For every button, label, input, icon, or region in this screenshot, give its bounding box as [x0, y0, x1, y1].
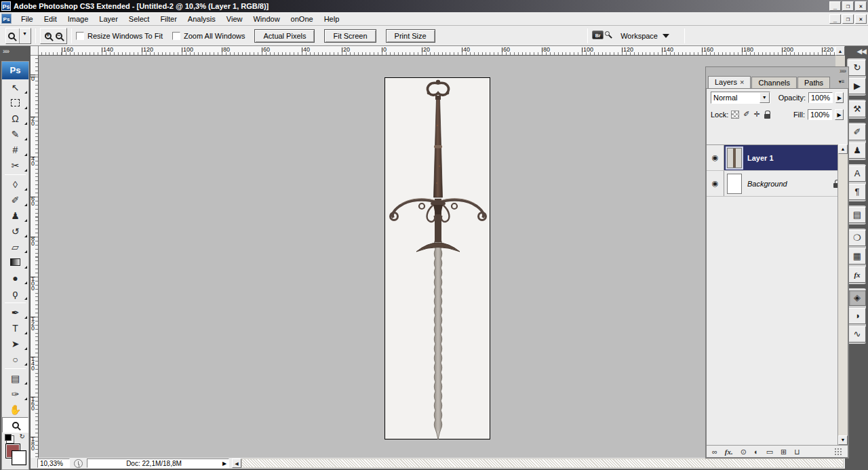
- actual-pixels-button[interactable]: Actual Pixels: [254, 29, 315, 43]
- layers-panel-button[interactable]: ◈: [848, 290, 866, 306]
- dock-collapse-chevrons[interactable]: »»: [0, 46, 31, 58]
- link-layers-icon[interactable]: ∞: [712, 446, 717, 457]
- character-panel-button[interactable]: A: [848, 165, 866, 182]
- tool-preset-picker[interactable]: ▼: [5, 28, 31, 44]
- paragraph-panel-button[interactable]: ¶: [848, 184, 866, 200]
- move-tool[interactable]: ↖: [2, 79, 28, 95]
- tab-paths[interactable]: Paths: [797, 77, 830, 88]
- history-panel-button[interactable]: ↻: [848, 60, 866, 76]
- swatches-panel-button[interactable]: ▦: [848, 248, 866, 265]
- checkbox-box[interactable]: [76, 32, 84, 40]
- fill-field[interactable]: 100%: [808, 109, 832, 120]
- tab-close-icon[interactable]: ×: [740, 78, 744, 86]
- notes-tool[interactable]: ▤: [2, 370, 28, 386]
- eraser-tool[interactable]: ▱: [2, 239, 28, 254]
- resize-windows-checkbox[interactable]: Resize Windows To Fit: [76, 32, 163, 40]
- ellipse-shape-tool[interactable]: ○: [2, 351, 28, 367]
- go-to-bridge-button[interactable]: Br: [592, 29, 610, 43]
- scroll-up-arrow[interactable]: ▲: [838, 144, 848, 154]
- panel-resize-grip[interactable]: [834, 448, 842, 456]
- menu-edit[interactable]: Edit: [39, 14, 62, 24]
- zoom-in-icon[interactable]: +: [45, 33, 52, 39]
- lock-position-icon[interactable]: ✛: [754, 110, 760, 119]
- doc-minimize-button[interactable]: _: [829, 14, 841, 24]
- type-tool[interactable]: T: [2, 320, 28, 336]
- close-button[interactable]: ✕: [855, 1, 867, 11]
- clone-stamp-tool[interactable]: ♟: [2, 208, 28, 223]
- lock-all-icon[interactable]: [764, 114, 770, 119]
- lasso-tool[interactable]: Ω: [2, 111, 28, 126]
- layer-main[interactable]: Layer 1: [724, 145, 848, 170]
- quick-selection-tool[interactable]: ✎: [2, 126, 28, 142]
- default-colors-icon[interactable]: [5, 434, 12, 441]
- layer-mask-icon[interactable]: ⊙: [741, 446, 747, 457]
- clone-source-panel-button[interactable]: ♟: [848, 142, 866, 159]
- zoom-tool[interactable]: [2, 417, 28, 433]
- layer-row-background[interactable]: ◉Background: [707, 171, 848, 197]
- minimize-button[interactable]: _: [829, 1, 841, 11]
- layer-group-icon[interactable]: ▭: [766, 446, 773, 457]
- tool-presets-panel-button[interactable]: ⚒: [848, 101, 866, 117]
- horizontal-scrollbar[interactable]: [241, 458, 844, 468]
- paths-panel-button[interactable]: ∿: [848, 326, 866, 342]
- blend-mode-select[interactable]: Normal ▼: [711, 92, 770, 104]
- channels-panel-button[interactable]: ◑: [848, 308, 866, 324]
- crop-tool[interactable]: #: [2, 142, 28, 157]
- menu-image[interactable]: Image: [62, 14, 94, 24]
- zoom-out-icon[interactable]: −: [56, 33, 62, 39]
- layer-comps-panel-button[interactable]: ▤: [848, 207, 866, 223]
- panel-dock-collapse[interactable]: »»: [706, 67, 848, 76]
- opacity-field[interactable]: 100%: [808, 92, 833, 103]
- fill-arrow[interactable]: ▶: [835, 109, 844, 120]
- layer-row-layer-1[interactable]: ◉Layer 1: [707, 145, 848, 171]
- panel-menu-icon[interactable]: ▾≡: [836, 77, 847, 87]
- dock-collapse-chevrons[interactable]: ◀◀: [845, 46, 868, 58]
- menu-file[interactable]: File: [16, 14, 39, 24]
- swap-colors-icon[interactable]: ↻: [20, 433, 25, 440]
- chevron-down-icon[interactable]: ▼: [760, 92, 770, 103]
- zoom-level-field[interactable]: 10,33%: [37, 458, 70, 468]
- history-brush-tool[interactable]: ↺: [2, 223, 28, 239]
- menu-onone[interactable]: onOne: [285, 14, 319, 24]
- checkbox-box[interactable]: [172, 32, 180, 40]
- visibility-toggle[interactable]: ◉: [707, 145, 724, 170]
- restore-button[interactable]: ❐: [842, 1, 854, 11]
- menu-view[interactable]: View: [221, 14, 248, 24]
- pen-tool[interactable]: ✒: [2, 305, 28, 320]
- brushes-panel-button[interactable]: ✐: [848, 124, 866, 140]
- tab-layers[interactable]: Layers×: [708, 76, 751, 88]
- brush-tool[interactable]: ✐: [2, 192, 28, 208]
- workspace-menu[interactable]: Workspace: [620, 32, 669, 40]
- scroll-up-arrow[interactable]: ▲: [835, 46, 845, 56]
- layer-style-fx-icon[interactable]: fx.: [725, 446, 733, 457]
- lock-transparency-icon[interactable]: [731, 111, 739, 119]
- healing-brush-tool[interactable]: ◊: [2, 176, 28, 192]
- print-size-button[interactable]: Print Size: [386, 29, 435, 43]
- layers-scrollbar[interactable]: ▲ ▼: [837, 144, 848, 445]
- new-layer-icon[interactable]: ⊞: [781, 446, 787, 457]
- adjustment-layer-icon[interactable]: ◐: [754, 446, 759, 457]
- menu-filter[interactable]: Filter: [155, 14, 182, 24]
- status-flyout-arrow[interactable]: ▶: [220, 461, 229, 467]
- blur-tool[interactable]: ●: [2, 270, 28, 286]
- background-color-swatch[interactable]: [12, 450, 26, 465]
- layer-thumbnail[interactable]: [727, 148, 742, 168]
- scroll-down-arrow[interactable]: ▼: [838, 435, 848, 445]
- eyedropper-tool[interactable]: ✑: [2, 386, 28, 402]
- gradient-tool[interactable]: [2, 254, 28, 270]
- doc-close-button[interactable]: ✕: [855, 14, 867, 24]
- delete-layer-icon[interactable]: ⊔: [794, 446, 800, 457]
- styles-panel-button[interactable]: fx: [848, 267, 866, 283]
- scroll-left-arrow[interactable]: ◀: [232, 458, 241, 468]
- visibility-toggle[interactable]: ◉: [707, 171, 724, 196]
- menu-analysis[interactable]: Analysis: [182, 14, 221, 24]
- menu-help[interactable]: Help: [319, 14, 345, 24]
- menu-layer[interactable]: Layer: [94, 14, 123, 24]
- fit-screen-button[interactable]: Fit Screen: [324, 29, 376, 43]
- actions-panel-button[interactable]: ▶: [848, 78, 866, 94]
- doc-restore-button[interactable]: ❐: [842, 14, 854, 24]
- lock-pixels-icon[interactable]: ✐: [743, 110, 749, 119]
- menu-select[interactable]: Select: [123, 14, 155, 24]
- layer-thumbnail[interactable]: [727, 174, 742, 194]
- zoom-all-windows-checkbox[interactable]: Zoom All Windows: [172, 32, 245, 40]
